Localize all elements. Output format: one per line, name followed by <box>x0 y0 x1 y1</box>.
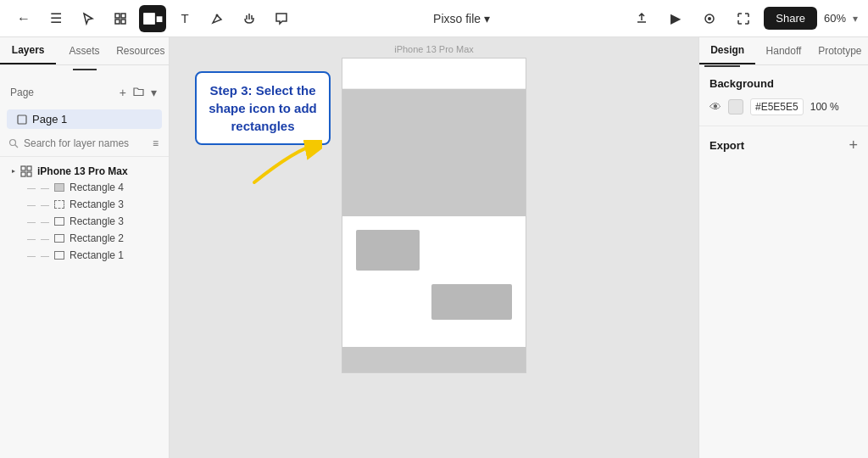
svg-rect-6 <box>144 14 154 24</box>
canvas-area[interactable]: Step 3: Select the shape icon to add rec… <box>170 37 698 458</box>
main-content: Layers Assets Resources Page + ▾ Page 1 … <box>0 37 868 458</box>
svg-rect-13 <box>21 166 25 170</box>
phone-hero-section <box>342 89 526 216</box>
layer-group-header[interactable]: iPhone 13 Pro Max <box>7 164 162 179</box>
tooltip-text: Step 3: Select the shape icon to add rec… <box>209 81 317 135</box>
layers-list: iPhone 13 Pro Max — — Rectangle 4 — — Re… <box>0 157 169 458</box>
tooltip-bubble: Step 3: Select the shape icon to add rec… <box>195 71 331 145</box>
play-button[interactable]: ▶ <box>662 5 689 32</box>
fullscreen-button[interactable] <box>730 5 757 32</box>
list-item[interactable]: — — Rectangle 4 <box>7 179 162 196</box>
back-button[interactable]: ← <box>10 5 37 32</box>
phone-footer-section <box>342 347 526 372</box>
pen-icon <box>210 12 224 25</box>
right-panel-tabs: Design Handoff Prototype <box>699 37 868 65</box>
layer-rect-icon <box>54 200 64 209</box>
phone-content-section <box>342 216 526 347</box>
upload-button[interactable] <box>628 5 655 32</box>
list-item[interactable]: — — Rectangle 2 <box>7 230 162 247</box>
svg-point-7 <box>216 14 219 16</box>
layer-name: Rectangle 3 <box>70 215 124 227</box>
svg-rect-1 <box>121 14 125 18</box>
color-value[interactable]: #E5E5E5 <box>750 98 804 115</box>
text-tool-button[interactable]: T <box>171 5 198 32</box>
svg-point-11 <box>10 140 16 146</box>
play-icon: ▶ <box>670 10 681 26</box>
tab-underline <box>73 69 97 70</box>
tab-design[interactable]: Design <box>699 37 755 64</box>
left-sidebar: Layers Assets Resources Page + ▾ Page 1 … <box>0 37 170 458</box>
page-icon <box>17 114 27 125</box>
filter-icon[interactable]: ≡ <box>151 136 160 151</box>
background-row: 👁 #E5E5E5 100 % <box>709 98 858 115</box>
layer-name: Rectangle 4 <box>70 182 124 193</box>
layer-rect-icon <box>54 183 64 192</box>
search-bar: ≡ <box>0 131 169 157</box>
file-name[interactable]: Pixso file ▾ <box>433 12 490 25</box>
share-button[interactable]: Share <box>764 7 817 30</box>
pen-tool-button[interactable] <box>203 5 231 32</box>
add-page-button[interactable]: + <box>118 84 128 101</box>
expand-button[interactable]: ▾ <box>149 84 159 101</box>
toolbar-center: Pixso file ▾ <box>298 12 625 25</box>
search-icon <box>8 138 19 148</box>
phone-mockup: iPhone 13 Pro Max <box>342 37 526 373</box>
comment-tool-button[interactable] <box>268 5 295 32</box>
svg-rect-16 <box>27 172 31 176</box>
svg-rect-15 <box>21 172 25 176</box>
phone-card-right <box>431 284 512 320</box>
layer-rect-icon <box>54 217 64 226</box>
zoom-level[interactable]: 60% <box>824 12 846 25</box>
list-item[interactable]: — — Rectangle 3 <box>7 196 162 213</box>
hamburger-icon: ☰ <box>50 10 62 26</box>
visibility-icon[interactable]: 👁 <box>709 100 721 114</box>
rectangle-tool-button[interactable]: ■ <box>139 5 166 32</box>
tab-resources[interactable]: Resources <box>113 37 169 64</box>
page-item[interactable]: Page 1 <box>7 109 162 129</box>
hand-tool-button[interactable] <box>236 5 263 32</box>
export-title: Export <box>709 139 744 152</box>
tab-prototype[interactable]: Prototype <box>812 37 868 64</box>
folder-button[interactable] <box>131 84 146 101</box>
layer-name: Rectangle 3 <box>70 198 124 210</box>
svg-line-12 <box>15 145 19 148</box>
add-export-button[interactable]: + <box>849 137 858 154</box>
toolbar-right: ▶ Share 60% ▾ <box>628 5 858 32</box>
hamburger-button[interactable]: ☰ <box>42 5 70 32</box>
color-swatch[interactable] <box>728 99 743 114</box>
zoom-dropdown-icon[interactable]: ▾ <box>853 13 858 25</box>
opacity-value: 100 % <box>810 101 839 113</box>
present-button[interactable] <box>696 5 723 32</box>
svg-rect-3 <box>121 20 125 24</box>
phone-frame <box>342 58 526 373</box>
tooltip-arrow <box>246 140 322 191</box>
page-section-header: Page + ▾ <box>0 77 169 108</box>
list-item[interactable]: — — Rectangle 1 <box>7 247 162 264</box>
tab-handoff[interactable]: Handoff <box>755 37 811 64</box>
toolbar: ← ☰ ■ T <box>0 0 868 37</box>
upload-icon <box>635 12 648 25</box>
toolbar-left: ← ☰ ■ T <box>10 5 295 32</box>
list-item[interactable]: — — Rectangle 3 <box>7 213 162 230</box>
svg-point-9 <box>708 17 711 20</box>
back-icon: ← <box>17 11 31 26</box>
comment-icon <box>275 12 288 25</box>
frame-icon <box>114 12 127 25</box>
file-name-text: Pixso file <box>433 12 481 25</box>
cursor-tool-button[interactable] <box>75 5 102 32</box>
group-expand-icon <box>10 168 17 175</box>
rectangle-icon <box>142 12 156 25</box>
fullscreen-icon <box>737 12 750 25</box>
frame-group-icon <box>20 165 32 177</box>
page-name: Page 1 <box>32 113 67 126</box>
layer-rect-icon <box>54 251 64 260</box>
tab-assets[interactable]: Assets <box>56 37 112 64</box>
phone-spacer <box>356 271 512 284</box>
search-input[interactable] <box>24 137 146 149</box>
background-section: Background 👁 #E5E5E5 100 % <box>699 67 868 126</box>
tab-layers[interactable]: Layers <box>0 37 56 64</box>
file-dropdown-icon: ▾ <box>484 12 490 25</box>
phone-bottom-pad <box>356 320 512 333</box>
frame-tool-button[interactable] <box>107 5 134 32</box>
background-section-header: Background <box>709 77 858 90</box>
